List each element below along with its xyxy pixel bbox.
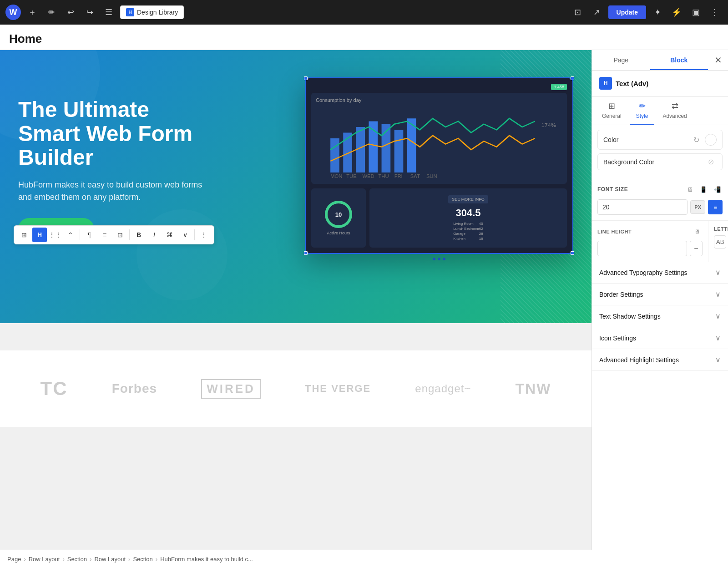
- tablet-icon-font[interactable]: 📱: [698, 184, 709, 195]
- chevron-down-icon-border: ∨: [715, 290, 721, 299]
- block-type-label: Text (Adv): [616, 80, 648, 87]
- breadcrumb-block[interactable]: HubForm makes it easy to build c...: [160, 556, 253, 563]
- breadcrumb-page[interactable]: Page: [7, 556, 21, 563]
- breadcrumb-sep-4: ›: [128, 556, 130, 563]
- toolbar-italic-button[interactable]: I: [147, 228, 162, 242]
- preview-button[interactable]: ⊡: [570, 5, 586, 20]
- toolbar-box-button[interactable]: ⊡: [113, 228, 127, 242]
- see-more-btn: SEE MORE INFO: [448, 195, 488, 203]
- dot-2: [438, 258, 440, 260]
- color-swatch[interactable]: [705, 134, 717, 146]
- svg-text:TUE: TUE: [346, 174, 356, 179]
- desktop-icon-lh[interactable]: 🖥: [692, 226, 703, 237]
- toolbar-align-button[interactable]: ≡: [97, 228, 112, 242]
- bg-color-row[interactable]: Background Color ⊘: [597, 153, 723, 170]
- svg-rect-3: [369, 122, 378, 173]
- toolbar-more-button[interactable]: ∨: [178, 228, 192, 242]
- line-height-input[interactable]: [597, 241, 687, 256]
- svg-text:SAT: SAT: [410, 174, 420, 179]
- tab-block[interactable]: Block: [650, 50, 708, 70]
- mobile-icon-font[interactable]: 📲: [712, 184, 723, 195]
- hero-section: The Ultimate Smart Web Form Builder HubF…: [0, 50, 592, 323]
- accordion-header-icon[interactable]: Icon Settings ∨: [592, 327, 728, 349]
- design-library-button[interactable]: H Design Library: [120, 5, 184, 19]
- main-layout: The Ultimate Smart Web Form Builder HubF…: [0, 50, 728, 567]
- toolbar-link-button[interactable]: ⌘: [162, 228, 177, 242]
- redo-button[interactable]: ↪: [82, 5, 97, 20]
- gauge-circle: 10: [325, 201, 352, 228]
- plugins-button[interactable]: ⚡: [669, 5, 684, 20]
- accordion-header-highlight[interactable]: Advanced Highlight Settings ∨: [592, 349, 728, 370]
- toolbar-block-type-button[interactable]: H: [32, 228, 47, 242]
- svg-text:THU: THU: [379, 174, 389, 179]
- breadcrumb-section-2[interactable]: Section: [133, 556, 152, 563]
- accordion-header-border[interactable]: Border Settings ∨: [592, 284, 728, 305]
- wordpress-logo[interactable]: W: [5, 5, 21, 20]
- toggle-panel-button[interactable]: ▣: [688, 5, 703, 20]
- uppercase-button[interactable]: AB: [714, 235, 726, 248]
- toolbar-paragraph-button[interactable]: ¶: [82, 228, 96, 242]
- hero-title: The Ultimate Smart Web Form Builder: [18, 98, 287, 170]
- external-link-button[interactable]: ↗: [589, 5, 605, 20]
- font-size-input[interactable]: 20: [597, 199, 688, 215]
- active-hours-label: Active Hours: [325, 231, 352, 235]
- legend-item-3: Garage28: [453, 232, 483, 236]
- toolbar-drag-button[interactable]: ⋮⋮: [48, 228, 62, 242]
- panel-close-button[interactable]: ✕: [710, 52, 726, 68]
- add-block-button[interactable]: ＋: [25, 5, 40, 20]
- device-icons-font: 🖥 📱 📲: [684, 184, 723, 195]
- line-height-row: −: [597, 241, 703, 256]
- breadcrumb-bar: Page › Row Layout › Section › Row Layout…: [0, 550, 728, 568]
- block-type-icon: H: [599, 77, 612, 90]
- chevron-down-icon-typography: ∨: [715, 268, 721, 277]
- logo-engadget: engadget~: [415, 382, 471, 395]
- general-icon: ⊞: [608, 101, 615, 111]
- toolbar-options-button[interactable]: ⋮: [197, 228, 211, 242]
- update-button[interactable]: Update: [608, 5, 646, 19]
- desktop-icon-font[interactable]: 🖥: [684, 184, 695, 195]
- style-tab-style[interactable]: ✏ Style: [630, 96, 655, 125]
- logo-verge: THE VERGE: [305, 383, 371, 395]
- breadcrumb-row-layout-1[interactable]: Row Layout: [29, 556, 60, 563]
- accordion-title-highlight: Advanced Highlight Settings: [599, 356, 679, 364]
- color-refresh-icon[interactable]: ↻: [693, 136, 699, 144]
- undo-button[interactable]: ↩: [63, 5, 78, 20]
- hero-subtitle: HubForm makes it easy to build custom we…: [18, 179, 287, 203]
- font-size-settings-button[interactable]: ≡: [708, 200, 723, 214]
- style-tab-general[interactable]: ⊞ General: [596, 96, 628, 125]
- top-bar: W ＋ ✏ ↩ ↪ ☰ H Design Library ⊡ ↗ Update …: [0, 0, 728, 25]
- bg-color-controls: ⊘: [708, 157, 717, 166]
- line-height-minus-button[interactable]: −: [690, 241, 703, 256]
- toolbar-transform-button[interactable]: ⊞: [17, 228, 31, 242]
- toolbar-move-button[interactable]: ⌃: [63, 228, 78, 242]
- mockup-live-badge: 1.458: [551, 84, 567, 90]
- line-height-letter-case-section: LINE HEIGHT 🖥 − LETTER CASE AB ab Ab: [592, 221, 728, 262]
- legend-item-1: Living Room45: [453, 222, 483, 226]
- page-title-bar: Home: [0, 25, 728, 50]
- color-label: Color: [603, 136, 618, 143]
- accordion-text-shadow: Text Shadow Settings ∨: [592, 305, 728, 327]
- tools-button[interactable]: ✏: [44, 5, 59, 20]
- list-view-button[interactable]: ☰: [101, 5, 116, 20]
- accordion-title-text-shadow: Text Shadow Settings: [599, 313, 661, 320]
- bg-color-label: Background Color: [603, 158, 654, 166]
- breadcrumb-row-layout-2[interactable]: Row Layout: [94, 556, 126, 563]
- accordion-header-typography[interactable]: Advanced Typography Settings ∨: [592, 262, 728, 283]
- breadcrumb-section-1[interactable]: Section: [67, 556, 87, 563]
- font-size-header: FONT SIZE 🖥 📱 📲: [597, 184, 723, 195]
- accordion-header-text-shadow[interactable]: Text Shadow Settings ∨: [592, 305, 728, 327]
- svg-text:SUN: SUN: [426, 174, 437, 179]
- color-section: Color ↻ Background Color ⊘: [592, 125, 728, 178]
- tab-page[interactable]: Page: [592, 50, 650, 70]
- room-legend: Living Room45 Lunch Bedroom62 Garage28 K…: [453, 222, 483, 241]
- style-tab-advanced[interactable]: ⇄ Advanced: [656, 96, 693, 125]
- more-options-button[interactable]: ⋮: [707, 5, 723, 20]
- accordion-title-border: Border Settings: [599, 291, 643, 298]
- settings-button[interactable]: ✦: [650, 5, 665, 20]
- color-row[interactable]: Color ↻: [597, 130, 723, 150]
- logo-forbes: Forbes: [112, 381, 157, 396]
- bg-color-slash-icon[interactable]: ⊘: [708, 157, 714, 166]
- toolbar-bold-button[interactable]: B: [131, 228, 146, 242]
- panel-tabs: Page Block ✕: [592, 50, 728, 71]
- line-height-label: LINE HEIGHT 🖥: [597, 226, 703, 237]
